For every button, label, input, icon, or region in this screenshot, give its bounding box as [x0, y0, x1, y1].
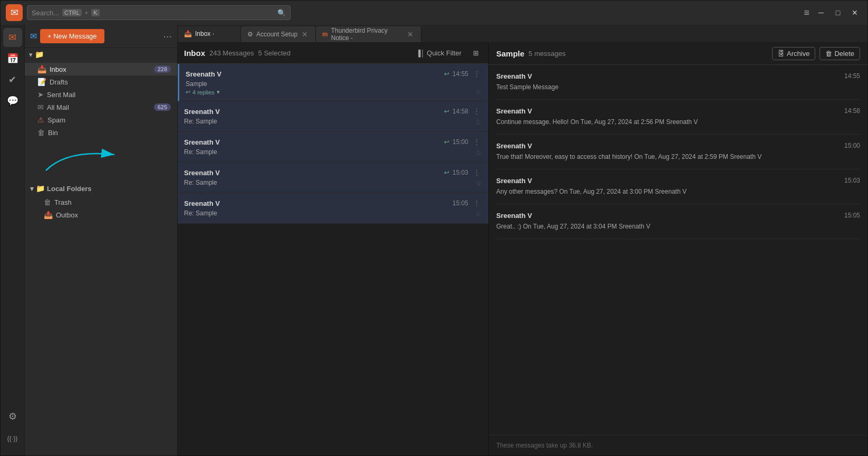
- app-logo: ✉: [6, 4, 23, 21]
- archive-button[interactable]: 🗄 Archive: [772, 47, 815, 60]
- msg-subject: Re: Sample: [184, 148, 482, 156]
- msg-subject: Sample: [186, 80, 482, 88]
- rail-tasks-icon[interactable]: ✔: [3, 70, 22, 89]
- sidebar: ✉ + New Message ··· ▾ 📁 📥 Inbox 228: [25, 25, 178, 455]
- sidebar-item-outbox[interactable]: 📤 Outbox: [25, 208, 177, 221]
- maximize-button[interactable]: □: [831, 7, 845, 18]
- tab-account-close[interactable]: ✕: [301, 29, 309, 40]
- tab-bar: 📥 Inbox · ⚙ Account Setup ✕ m Thunderbir…: [178, 25, 867, 43]
- tab-privacy-close[interactable]: ✕: [406, 29, 414, 40]
- search-placeholder-text: Search...: [32, 9, 59, 17]
- message-item[interactable]: Sreenath V ↩ 15:03 ⋮ Re: Sample ☆: [178, 163, 488, 193]
- detail-time: 15:03: [844, 177, 860, 184]
- detail-messages: Sreenath V 14:55 Test Sample Message Sre…: [489, 65, 867, 435]
- rail-calendar-icon[interactable]: 📅: [3, 49, 22, 68]
- reply-icon: ↩: [444, 108, 449, 115]
- detail-message: Sreenath V 14:55 Test Sample Message: [496, 65, 860, 100]
- sidebar-item-drafts[interactable]: 📝 Drafts: [25, 75, 177, 88]
- inbox-badge: 228: [154, 65, 171, 73]
- msg-sender: Sreenath V: [184, 169, 220, 177]
- tab-inbox[interactable]: 📥 Inbox ·: [178, 26, 241, 42]
- message-list-pane: Inbox 243 Messages 5 Selected ▐│ Quick F…: [178, 43, 489, 455]
- tab-privacy-notice[interactable]: m Thunderbird Privacy Notice - ✕: [316, 26, 421, 42]
- sidebar-item-bin[interactable]: 🗑 Bin: [25, 126, 177, 139]
- sentmail-folder-icon: ➤: [37, 90, 44, 99]
- msg-time: 15:05: [452, 200, 468, 207]
- drafts-folder-icon: 📝: [37, 78, 46, 86]
- sidebar-item-sentmail[interactable]: ➤ Sent Mail: [25, 88, 177, 101]
- msg-subject: Re: Sample: [184, 210, 482, 217]
- rail-settings-icon[interactable]: ⚙: [3, 407, 22, 426]
- msg-star-button[interactable]: ☆: [475, 148, 482, 157]
- rail-chat-icon[interactable]: 💬: [3, 91, 22, 110]
- main-layout: ✉ 📅 ✔ 💬 ⚙ ((·)) ✉ + New Message ···: [1, 25, 867, 455]
- message-list: Sreenath V ↩ 14:55 ⋮ Sample ↩ 4 repl: [178, 64, 488, 455]
- tab-inbox-icon: 📥: [184, 30, 192, 37]
- sidebar-more-button[interactable]: ···: [163, 30, 172, 42]
- rail-mail-icon[interactable]: ✉: [3, 28, 22, 47]
- sentmail-label: Sent Mail: [47, 91, 75, 99]
- message-item[interactable]: Sreenath V ↩ 15:00 ⋮ Re: Sample ☆: [178, 132, 488, 163]
- detail-body: Test Sample Message: [496, 82, 860, 92]
- message-item[interactable]: Sreenath V ↩ 14:58 ⋮ Re: Sample ☆: [178, 101, 488, 132]
- new-message-button[interactable]: + New Message: [40, 29, 104, 43]
- minimize-button[interactable]: ─: [814, 7, 828, 18]
- collapse-icon: ▾: [29, 51, 33, 59]
- tab-account-setup[interactable]: ⚙ Account Setup ✕: [241, 26, 316, 42]
- tab-privacy-icon: m: [322, 31, 328, 38]
- detail-sender: Sreenath V: [496, 107, 532, 115]
- msg-more-button[interactable]: ⋮: [471, 168, 482, 177]
- allmail-folder-icon: ✉: [37, 103, 44, 111]
- msg-thread-info[interactable]: ↩ 4 replies ▾: [186, 89, 482, 96]
- app-logo-icon: ✉: [11, 7, 18, 18]
- msg-subject: Re: Sample: [184, 179, 482, 186]
- msg-sender: Sreenath V: [184, 108, 220, 116]
- thread-expand-icon: ▾: [217, 89, 220, 96]
- content-area: Inbox 243 Messages 5 Selected ▐│ Quick F…: [178, 43, 867, 455]
- message-item[interactable]: Sreenath V 15:05 ⋮ Re: Sample ☆: [178, 193, 488, 224]
- detail-message: Sreenath V 14:58 Continue message. Hello…: [496, 100, 860, 135]
- close-button[interactable]: ✕: [847, 7, 862, 18]
- local-folders-label: Local Folders: [47, 185, 92, 193]
- message-item[interactable]: Sreenath V ↩ 14:55 ⋮ Sample ↩ 4 repl: [178, 64, 488, 101]
- detail-message: Sreenath V 15:05 Great.. :) On Tue, Aug …: [496, 204, 860, 239]
- search-icon: 🔍: [277, 9, 286, 17]
- msg-more-button[interactable]: ⋮: [471, 137, 482, 147]
- detail-sender: Sreenath V: [496, 72, 532, 80]
- filter-grid-icon: ⊞: [473, 49, 479, 57]
- rail-wifi-icon[interactable]: ((·)): [3, 429, 22, 448]
- sidebar-item-allmail[interactable]: ✉ All Mail 625: [25, 101, 177, 113]
- bin-folder-icon: 🗑: [37, 128, 45, 137]
- quick-filter-button[interactable]: ▐│ Quick Filter: [412, 47, 466, 59]
- hamburger-button[interactable]: ≡: [802, 5, 812, 21]
- reply-icon: ↩: [444, 169, 449, 176]
- detail-pane: Sample 5 messages 🗄 Archive 🗑 Delete: [489, 43, 867, 455]
- msg-more-button[interactable]: ⋮: [471, 107, 482, 116]
- message-count: 243 Messages: [209, 49, 254, 57]
- msg-star-button[interactable]: ☆: [475, 87, 482, 96]
- search-box[interactable]: Search... CTRL + K 🔍: [27, 5, 291, 20]
- sidebar-item-spam[interactable]: ⚠ Spam: [25, 113, 177, 126]
- msg-more-button[interactable]: ⋮: [471, 69, 482, 79]
- outbox-icon: 📤: [44, 211, 53, 219]
- msg-subject: Re: Sample: [184, 118, 482, 125]
- detail-time: 14:58: [844, 107, 860, 115]
- sidebar-header: ✉ + New Message ···: [25, 25, 177, 48]
- inbox-title: Inbox: [184, 49, 205, 58]
- sidebar-item-trash[interactable]: 🗑 Trash: [25, 196, 177, 208]
- msg-star-button[interactable]: ☆: [475, 118, 482, 126]
- msg-more-button[interactable]: ⋮: [471, 198, 482, 208]
- filter-grid-button[interactable]: ⊞: [470, 47, 482, 59]
- account-section-header[interactable]: ▾ 📁: [25, 48, 177, 61]
- msg-star-button[interactable]: ☆: [475, 210, 482, 218]
- account-folder-icon: 📁: [35, 50, 44, 59]
- search-kbd1: CTRL: [62, 9, 82, 16]
- sidebar-item-inbox[interactable]: 📥 Inbox 228: [25, 63, 177, 75]
- msg-time: 15:00: [452, 138, 468, 146]
- msg-star-button[interactable]: ☆: [475, 179, 482, 187]
- delete-icon: 🗑: [825, 50, 832, 58]
- local-folders-section-header[interactable]: ▾ 📁 Local Folders: [25, 181, 177, 196]
- delete-button[interactable]: 🗑 Delete: [819, 47, 860, 60]
- detail-title: Sample: [496, 49, 524, 58]
- detail-message: Sreenath V 15:03 Any other messages? On …: [496, 169, 860, 204]
